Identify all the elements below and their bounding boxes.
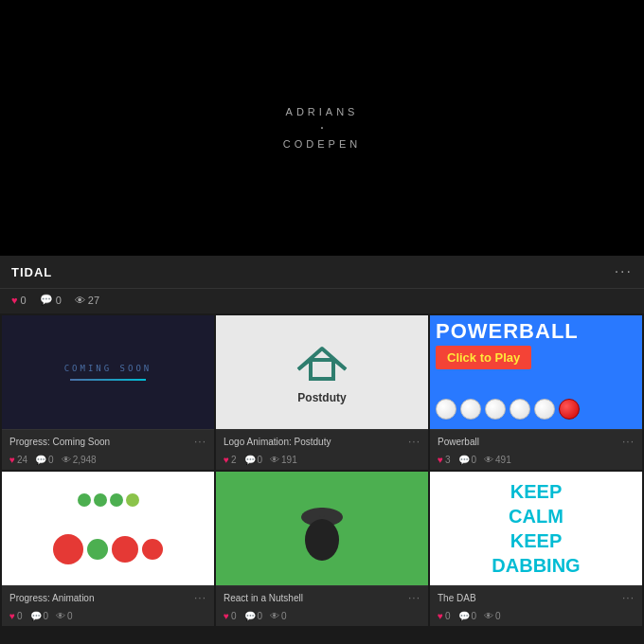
card-powerball[interactable]: POWERBALL Click to Play Powerball ··· ♥ … <box>430 315 642 470</box>
ball-3 <box>485 399 506 420</box>
eye-icon: 👁 <box>270 455 279 465</box>
ball-5 <box>534 399 555 420</box>
card-footer: Progress: Coming Soon ··· <box>2 429 214 453</box>
card-stats: ♥ 0 💬 0 👁 0 <box>2 609 214 626</box>
card-hearts: ♥ 24 <box>9 455 27 465</box>
dab-text: KEEPCALMKEEPDABBING <box>492 479 580 578</box>
comment-icon: 💬 <box>40 294 53 306</box>
green-dot <box>78 493 91 507</box>
red-dot-med <box>112 536 138 563</box>
card-more-button[interactable]: ··· <box>408 435 420 448</box>
card-dab[interactable]: KEEPCALMKEEPDABBING The DAB ··· ♥ 0 💬 0 … <box>430 472 642 626</box>
heart-icon: ♥ <box>438 455 443 465</box>
ball-4 <box>510 399 530 420</box>
card-comments: 💬 0 <box>30 611 49 621</box>
card-comments: 💬 0 <box>35 455 54 465</box>
heart-icon: ♥ <box>438 611 443 621</box>
hero-title: ADRIANS <box>286 106 359 117</box>
card-hearts: ♥ 0 <box>9 611 23 621</box>
card-footer: The DAB ··· <box>430 585 642 609</box>
heart-icon: ♥ <box>9 611 15 621</box>
card-postduty[interactable]: Postduty Logo Animation: Postduty ··· ♥ … <box>216 315 428 470</box>
card-views: 👁 2,948 <box>62 455 97 465</box>
card-footer: Powerball ··· <box>430 429 642 453</box>
dot-row-1 <box>78 493 139 507</box>
powerball-preview: POWERBALL Click to Play <box>430 315 642 429</box>
card-preview: POWERBALL Click to Play <box>430 315 642 429</box>
ball-1 <box>436 399 456 420</box>
postduty-label: Postduty <box>297 391 346 404</box>
comment-icon: 💬 <box>244 455 256 465</box>
postduty-preview: Postduty <box>216 315 428 429</box>
card-comments: 💬 0 <box>458 611 477 621</box>
card-footer: React in a Nutshell ··· <box>216 585 428 609</box>
hearts-stat: ♥ 0 <box>11 295 27 306</box>
card-react-nutshell[interactable]: React in a Nutshell ··· ♥ 0 💬 0 👁 0 <box>216 472 428 626</box>
green-dot <box>94 493 107 507</box>
card-preview: KEEPCALMKEEPDABBING <box>430 472 642 585</box>
hero-subtitle: CODEPEN <box>283 138 361 150</box>
eye-icon: 👁 <box>484 611 493 621</box>
eye-icon: 👁 <box>56 611 65 621</box>
eye-icon: 👁 <box>270 611 279 621</box>
heart-icon: ♥ <box>224 455 229 465</box>
views-count: 27 <box>88 295 99 306</box>
card-title: Powerball <box>438 437 622 447</box>
coming-soon-line <box>70 379 146 381</box>
card-stats: ♥ 2 💬 0 👁 191 <box>216 453 428 470</box>
card-preview: Postduty <box>216 315 428 429</box>
card-preview <box>2 472 214 585</box>
cards-grid: COMING SOON Progress: Coming Soon ··· ♥ … <box>0 313 644 628</box>
card-views: 👁 0 <box>270 611 287 621</box>
heart-icon: ♥ <box>9 455 15 465</box>
postduty-logo-icon <box>294 341 350 384</box>
dab-preview: KEEPCALMKEEPDABBING <box>430 472 642 585</box>
card-comments: 💬 0 <box>244 455 263 465</box>
heart-icon: ♥ <box>11 295 18 306</box>
card-coming-soon[interactable]: COMING SOON Progress: Coming Soon ··· ♥ … <box>2 315 214 470</box>
coming-soon-label: COMING SOON <box>64 364 152 373</box>
card-views: 👁 491 <box>484 455 511 465</box>
ball-2 <box>460 399 481 420</box>
card-views: 👁 191 <box>270 455 297 465</box>
hero-dot: · <box>320 119 324 136</box>
card-preview <box>216 472 428 585</box>
card-more-button[interactable]: ··· <box>622 591 635 604</box>
ball-red <box>559 399 580 420</box>
profile-name: TIDAL <box>11 265 52 279</box>
powerball-balls <box>430 395 585 423</box>
react-preview <box>216 472 428 585</box>
card-footer: Progress: Animation ··· <box>2 585 214 609</box>
card-comments: 💬 0 <box>244 611 263 621</box>
card-more-button[interactable]: ··· <box>622 435 635 448</box>
profile-more-button[interactable]: ··· <box>615 263 633 280</box>
card-views: 👁 0 <box>484 611 501 621</box>
coming-soon-preview: COMING SOON <box>2 315 214 429</box>
card-progress-animation[interactable]: Progress: Animation ··· ♥ 0 💬 0 👁 0 <box>2 472 214 626</box>
profile-stats-bar: ♥ 0 💬 0 👁 27 <box>0 289 644 313</box>
eye-icon: 👁 <box>62 455 71 465</box>
heart-icon: ♥ <box>224 611 229 621</box>
card-comments: 💬 0 <box>458 455 477 465</box>
card-stats: ♥ 24 💬 0 👁 2,948 <box>2 453 214 470</box>
card-title: Progress: Coming Soon <box>9 437 194 447</box>
click-to-play-button[interactable]: Click to Play <box>436 346 531 369</box>
red-dot-sm <box>142 539 163 560</box>
progress-animation-preview <box>2 472 214 585</box>
hearts-count: 0 <box>21 295 27 306</box>
card-hearts: ♥ 3 <box>438 455 451 465</box>
card-preview: COMING SOON <box>2 315 214 429</box>
comment-icon: 💬 <box>30 611 42 621</box>
powerball-title: POWERBALL <box>430 315 584 342</box>
green-dot <box>126 493 139 507</box>
svg-rect-4 <box>319 508 325 517</box>
card-more-button[interactable]: ··· <box>408 591 420 604</box>
profile-bar: TIDAL ··· <box>0 256 644 289</box>
card-views: 👁 0 <box>56 611 73 621</box>
card-more-button[interactable]: ··· <box>194 591 206 604</box>
comment-icon: 💬 <box>35 455 46 465</box>
card-more-button[interactable]: ··· <box>194 435 206 448</box>
hero-section: ADRIANS · CODEPEN <box>0 0 644 256</box>
green-dot <box>110 493 123 507</box>
acorn-icon <box>294 491 350 566</box>
